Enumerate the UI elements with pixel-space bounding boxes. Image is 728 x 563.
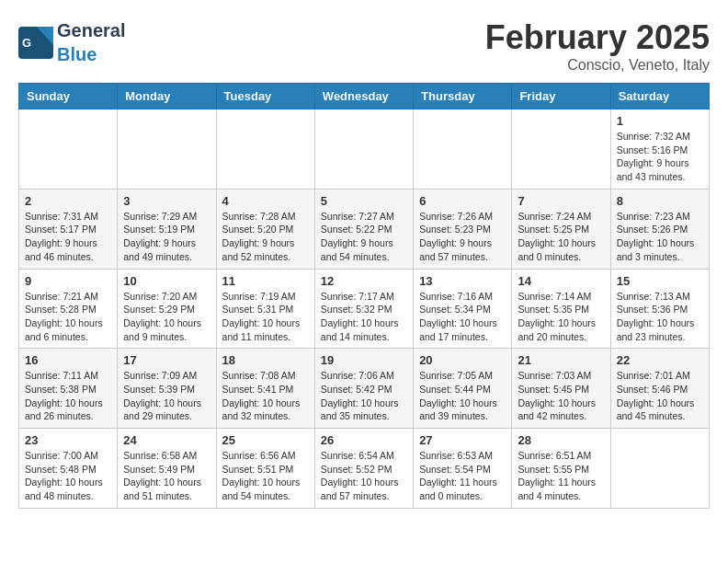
day-number: 14 [518, 274, 604, 288]
logo-general: General [57, 20, 125, 40]
day-number: 18 [222, 353, 309, 367]
day-info: Sunrise: 7:19 AM Sunset: 5:31 PM Dayligh… [222, 290, 309, 344]
calendar-cell: 9Sunrise: 7:21 AM Sunset: 5:28 PM Daylig… [19, 269, 118, 349]
logo: G General Blue [18, 18, 125, 66]
day-info: Sunrise: 7:08 AM Sunset: 5:41 PM Dayligh… [222, 369, 309, 423]
day-info: Sunrise: 7:13 AM Sunset: 5:36 PM Dayligh… [617, 290, 703, 344]
day-info: Sunrise: 7:21 AM Sunset: 5:28 PM Dayligh… [25, 290, 111, 344]
day-number: 9 [25, 274, 111, 288]
day-number: 12 [321, 274, 407, 288]
calendar-cell [118, 109, 216, 190]
calendar-cell: 27Sunrise: 6:53 AM Sunset: 5:54 PM Dayli… [414, 429, 512, 509]
day-info: Sunrise: 7:26 AM Sunset: 5:23 PM Dayligh… [419, 210, 506, 264]
day-number: 22 [617, 353, 703, 367]
calendar-cell [19, 109, 118, 190]
calendar-week-row: 16Sunrise: 7:11 AM Sunset: 5:38 PM Dayli… [19, 349, 710, 429]
day-number: 2 [25, 194, 111, 208]
day-number: 13 [419, 274, 506, 288]
month-title: February 2025 [485, 18, 710, 57]
calendar-week-row: 23Sunrise: 7:00 AM Sunset: 5:48 PM Dayli… [19, 429, 710, 509]
day-info: Sunrise: 6:54 AM Sunset: 5:52 PM Dayligh… [321, 449, 407, 503]
calendar-cell: 1Sunrise: 7:32 AM Sunset: 5:16 PM Daylig… [610, 109, 709, 190]
day-info: Sunrise: 7:31 AM Sunset: 5:17 PM Dayligh… [25, 210, 111, 264]
calendar-cell: 28Sunrise: 6:51 AM Sunset: 5:55 PM Dayli… [512, 429, 610, 509]
calendar-cell: 3Sunrise: 7:29 AM Sunset: 5:19 PM Daylig… [118, 189, 216, 269]
calendar-cell: 13Sunrise: 7:16 AM Sunset: 5:34 PM Dayli… [414, 269, 512, 349]
day-number: 27 [419, 433, 506, 447]
logo-icon: G [18, 27, 55, 59]
day-number: 8 [617, 194, 703, 208]
day-info: Sunrise: 6:56 AM Sunset: 5:51 PM Dayligh… [222, 449, 309, 503]
col-header-thursday: Thursday [414, 84, 512, 109]
col-header-saturday: Saturday [610, 84, 709, 109]
day-number: 17 [123, 353, 210, 367]
day-info: Sunrise: 7:16 AM Sunset: 5:34 PM Dayligh… [419, 290, 506, 344]
calendar-cell: 11Sunrise: 7:19 AM Sunset: 5:31 PM Dayli… [216, 269, 314, 349]
calendar-cell [512, 109, 610, 190]
day-number: 23 [25, 433, 111, 447]
col-header-friday: Friday [512, 84, 610, 109]
day-info: Sunrise: 7:05 AM Sunset: 5:44 PM Dayligh… [419, 369, 506, 423]
calendar-cell: 20Sunrise: 7:05 AM Sunset: 5:44 PM Dayli… [414, 349, 512, 429]
day-info: Sunrise: 7:00 AM Sunset: 5:48 PM Dayligh… [25, 449, 111, 503]
title-block: February 2025 Conscio, Veneto, Italy [485, 18, 710, 74]
day-info: Sunrise: 7:32 AM Sunset: 5:16 PM Dayligh… [617, 130, 703, 184]
logo-blue: Blue [57, 44, 97, 64]
calendar-cell: 14Sunrise: 7:14 AM Sunset: 5:35 PM Dayli… [512, 269, 610, 349]
day-info: Sunrise: 7:27 AM Sunset: 5:22 PM Dayligh… [321, 210, 407, 264]
day-number: 26 [321, 433, 407, 447]
calendar-cell: 24Sunrise: 6:58 AM Sunset: 5:49 PM Dayli… [118, 429, 216, 509]
day-number: 10 [123, 274, 210, 288]
col-header-wednesday: Wednesday [314, 84, 413, 109]
day-number: 6 [419, 194, 506, 208]
calendar-header-row: SundayMondayTuesdayWednesdayThursdayFrid… [19, 84, 710, 109]
day-info: Sunrise: 7:06 AM Sunset: 5:42 PM Dayligh… [321, 369, 407, 423]
calendar-cell: 22Sunrise: 7:01 AM Sunset: 5:46 PM Dayli… [610, 349, 709, 429]
day-number: 5 [321, 194, 407, 208]
calendar-cell: 2Sunrise: 7:31 AM Sunset: 5:17 PM Daylig… [19, 189, 118, 269]
calendar-cell: 19Sunrise: 7:06 AM Sunset: 5:42 PM Dayli… [314, 349, 413, 429]
calendar-cell: 17Sunrise: 7:09 AM Sunset: 5:39 PM Dayli… [118, 349, 216, 429]
day-info: Sunrise: 7:17 AM Sunset: 5:32 PM Dayligh… [321, 290, 407, 344]
col-header-monday: Monday [118, 84, 216, 109]
day-number: 20 [419, 353, 506, 367]
calendar-week-row: 2Sunrise: 7:31 AM Sunset: 5:17 PM Daylig… [19, 189, 710, 269]
day-number: 3 [123, 194, 210, 208]
day-info: Sunrise: 6:58 AM Sunset: 5:49 PM Dayligh… [123, 449, 210, 503]
calendar-cell: 21Sunrise: 7:03 AM Sunset: 5:45 PM Dayli… [512, 349, 610, 429]
day-number: 19 [321, 353, 407, 367]
day-number: 4 [222, 194, 309, 208]
calendar-week-row: 1Sunrise: 7:32 AM Sunset: 5:16 PM Daylig… [19, 109, 710, 190]
calendar-table: SundayMondayTuesdayWednesdayThursdayFrid… [18, 83, 710, 509]
calendar-cell: 7Sunrise: 7:24 AM Sunset: 5:25 PM Daylig… [512, 189, 610, 269]
calendar-cell: 6Sunrise: 7:26 AM Sunset: 5:23 PM Daylig… [414, 189, 512, 269]
calendar-cell [314, 109, 413, 190]
day-number: 15 [617, 274, 703, 288]
day-info: Sunrise: 7:14 AM Sunset: 5:35 PM Dayligh… [518, 290, 604, 344]
day-number: 21 [518, 353, 604, 367]
calendar-cell: 26Sunrise: 6:54 AM Sunset: 5:52 PM Dayli… [314, 429, 413, 509]
col-header-tuesday: Tuesday [216, 84, 314, 109]
calendar-cell [610, 429, 709, 509]
day-info: Sunrise: 7:01 AM Sunset: 5:46 PM Dayligh… [617, 369, 703, 423]
day-info: Sunrise: 6:53 AM Sunset: 5:54 PM Dayligh… [419, 449, 506, 503]
day-info: Sunrise: 7:11 AM Sunset: 5:38 PM Dayligh… [25, 369, 111, 423]
day-number: 1 [617, 114, 703, 128]
day-info: Sunrise: 7:20 AM Sunset: 5:29 PM Dayligh… [123, 290, 210, 344]
calendar-cell: 15Sunrise: 7:13 AM Sunset: 5:36 PM Dayli… [610, 269, 709, 349]
col-header-sunday: Sunday [19, 84, 118, 109]
calendar-cell: 8Sunrise: 7:23 AM Sunset: 5:26 PM Daylig… [610, 189, 709, 269]
day-info: Sunrise: 7:24 AM Sunset: 5:25 PM Dayligh… [518, 210, 604, 264]
calendar-cell: 5Sunrise: 7:27 AM Sunset: 5:22 PM Daylig… [314, 189, 413, 269]
page-header: G General Blue February 2025 Conscio, Ve… [18, 18, 710, 74]
calendar-cell: 10Sunrise: 7:20 AM Sunset: 5:29 PM Dayli… [118, 269, 216, 349]
day-number: 16 [25, 353, 111, 367]
day-number: 11 [222, 274, 309, 288]
svg-text:G: G [22, 36, 31, 50]
day-info: Sunrise: 7:28 AM Sunset: 5:20 PM Dayligh… [222, 210, 309, 264]
calendar-cell: 16Sunrise: 7:11 AM Sunset: 5:38 PM Dayli… [19, 349, 118, 429]
day-number: 7 [518, 194, 604, 208]
calendar-cell: 25Sunrise: 6:56 AM Sunset: 5:51 PM Dayli… [216, 429, 314, 509]
calendar-cell: 12Sunrise: 7:17 AM Sunset: 5:32 PM Dayli… [314, 269, 413, 349]
day-info: Sunrise: 7:03 AM Sunset: 5:45 PM Dayligh… [518, 369, 604, 423]
